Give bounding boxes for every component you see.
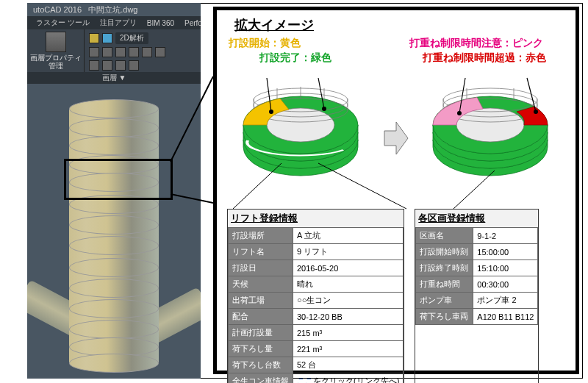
donut-left [227, 74, 374, 176]
table-row: リフト名9 リフト [229, 244, 404, 260]
row-value: 30-12-20 BB [293, 309, 404, 325]
tool-icon[interactable] [102, 47, 112, 57]
callout-lines [230, 163, 568, 210]
layer-properties-icon[interactable] [46, 32, 66, 52]
arrow-right-icon [383, 121, 409, 156]
row-value: 00:30:00 [473, 276, 538, 293]
block-table: 各区画登録情報 区画名9-1-2打設開始時刻15:00:00打設終了時刻15:1… [415, 209, 539, 383]
row-value: 215 m³ [293, 325, 404, 341]
ribbon-tab[interactable]: BIM 360 [144, 18, 177, 28]
donut-right [417, 74, 564, 176]
detail-panel: 拡大イメージ 打設開始：黄色 打重ね制限時間注意：ピンク 打設完了：緑色 打重ね… [213, 7, 579, 374]
cad-window-title: utoCAD 2016 中間立坑.dwg [33, 4, 137, 15]
lift-table-title: リフト登録情報 [228, 210, 404, 227]
ribbon-tab[interactable]: Performa [182, 18, 201, 28]
detail-title: 拡大イメージ [234, 16, 314, 34]
svg-point-10 [270, 110, 273, 114]
table-row: 荷下ろし車両A120 B11 B112 [416, 309, 538, 325]
legend-warn-pink: 打重ね制限時間注意：ピンク [409, 37, 543, 50]
table-row: 打重ね時間00:30:00 [416, 276, 538, 293]
row-label: 打重ね時間 [416, 276, 473, 293]
selection-rectangle [64, 159, 173, 200]
block-table-title: 各区画登録情報 [415, 210, 538, 227]
row-label: 打設終了時刻 [416, 260, 473, 276]
tool-icon[interactable] [129, 60, 139, 71]
row-value: 52 台 [293, 357, 404, 373]
row-value: ここをクリック(リンク先へ) [293, 373, 404, 384]
table-row: 打設開始時刻15:00:00 [416, 244, 538, 260]
info-link[interactable]: ここ [297, 376, 313, 383]
row-label: 荷下ろし量 [229, 341, 293, 357]
table-row: 出荷工場○○生コン [229, 293, 404, 309]
row-label: 荷下ろし台数 [229, 357, 293, 373]
row-value: ポンプ車 2 [473, 293, 538, 309]
row-value: 9 リフト [293, 244, 404, 260]
row-value: 9-1-2 [473, 228, 538, 244]
table-row: ポンプ車ポンプ車 2 [416, 293, 538, 309]
tool-icon[interactable] [89, 33, 99, 43]
tool-icon[interactable] [102, 33, 112, 43]
ribbon-tab[interactable]: ラスター ツール [33, 17, 93, 29]
ribbon-tab[interactable]: 注目アプリ [97, 17, 140, 29]
table-row: 荷下ろし台数52 台 [229, 357, 404, 373]
legend-done-green: 打設完了：緑色 [259, 51, 331, 65]
cad-ribbon-tabs: ラスター ツール 注目アプリ BIM 360 Performa [27, 16, 201, 29]
tool-icon[interactable] [115, 47, 126, 57]
row-value: 15:00:00 [473, 244, 538, 260]
row-label: リフト名 [229, 244, 293, 260]
table-row: 配合30-12-20 BB [229, 309, 404, 325]
row-label: 打設場所 [229, 228, 293, 244]
cad-ribbon-panel: 画層プロパティ管理 2D解析 [27, 29, 201, 72]
svg-point-21 [458, 112, 462, 115]
row-value: 15:10:00 [473, 260, 538, 276]
row-label: 全生コン車情報 [229, 373, 293, 384]
svg-point-22 [534, 110, 538, 114]
row-label: 区画名 [416, 228, 473, 244]
tool-icon[interactable] [89, 47, 99, 57]
table-row: 天候晴れ [229, 276, 404, 293]
legend-start-yellow: 打設開始：黄色 [229, 37, 301, 50]
shaft-cylinder [69, 99, 159, 364]
table-row: 打設場所A 立坑 [229, 228, 404, 244]
table-row: 打設日2016-05-20 [229, 260, 404, 276]
row-value: 221 m³ [293, 341, 404, 357]
layer-chip[interactable]: 2D解析 [115, 32, 148, 44]
svg-point-11 [323, 107, 326, 111]
tool-icon[interactable] [155, 47, 165, 57]
tool-icon[interactable] [129, 47, 139, 57]
row-value: A 立坑 [293, 228, 404, 244]
table-row: 全生コン車情報ここをクリック(リンク先へ) [229, 373, 404, 384]
tool-icon[interactable] [102, 60, 112, 71]
row-label: 天候 [229, 276, 293, 293]
row-label: 配合 [229, 309, 293, 325]
table-row: 打設終了時刻15:10:00 [416, 260, 538, 276]
table-row: 計画打設量215 m³ [229, 325, 404, 341]
row-value: 晴れ [293, 276, 404, 293]
tool-icon[interactable] [142, 47, 152, 57]
row-value: ○○生コン [293, 293, 404, 309]
tool-icon[interactable] [89, 60, 99, 71]
table-row: 区画名9-1-2 [416, 228, 538, 244]
row-label: 打設日 [229, 260, 293, 276]
lift-table: リフト登録情報 打設場所A 立坑リフト名9 リフト打設日2016-05-20天候… [227, 209, 404, 383]
row-label: ポンプ車 [416, 293, 473, 309]
row-value: 2016-05-20 [293, 260, 404, 276]
legend-over-red: 打重ね制限時間超過：赤色 [423, 51, 546, 65]
table-row: 荷下ろし量221 m³ [229, 341, 404, 357]
row-label: 出荷工場 [229, 293, 293, 309]
row-label: 荷下ろし車両 [416, 309, 473, 325]
tool-icon[interactable] [115, 60, 126, 71]
layer-properties-label: 画層プロパティ管理 [30, 54, 82, 70]
row-label: 計画打設量 [229, 325, 293, 341]
row-value: A120 B11 B112 [473, 309, 538, 325]
row-label: 打設開始時刻 [416, 244, 473, 260]
